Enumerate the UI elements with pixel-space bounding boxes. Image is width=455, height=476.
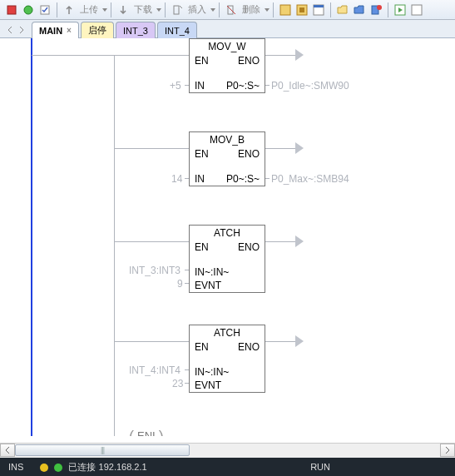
out-label: P0_Idle~:SMW90	[271, 80, 349, 92]
svg-rect-0	[7, 6, 16, 14]
delete-bookmark-button[interactable]	[368, 2, 383, 17]
dot-icon	[40, 464, 48, 472]
pin-eno: ENO	[238, 54, 260, 67]
go-button[interactable]	[393, 2, 408, 17]
wire	[185, 369, 189, 370]
wire	[114, 341, 189, 342]
block-atch-2[interactable]: ATCH ENENO IN~:IN~ EVNT	[189, 325, 265, 393]
wire	[265, 85, 270, 86]
folder-closed-button[interactable]	[352, 2, 367, 17]
arrow-icon	[295, 142, 304, 154]
check-button[interactable]	[37, 2, 52, 17]
dropdown-icon[interactable]	[102, 8, 107, 12]
tab-right-arrow[interactable]	[17, 22, 27, 37]
wire	[265, 241, 297, 242]
separator	[111, 2, 111, 17]
ladder-editor[interactable]: MOV_W ENENO INP0~:S~ +5 P0_Idle~:SMW90 M…	[0, 38, 455, 436]
toolbar: 上传 下载 插入 删除	[0, 0, 455, 20]
scroll-track[interactable]: |||	[15, 444, 440, 458]
block-atch-1[interactable]: ATCH ENENO IN~:IN~ EVNT	[189, 225, 265, 293]
toolbox-1-button[interactable]	[278, 2, 293, 17]
eni-coil[interactable]: ( ENI )	[129, 429, 164, 436]
tab-int3[interactable]: INT_3	[116, 22, 156, 38]
wire	[114, 241, 189, 242]
pin-in: IN~:IN~	[195, 265, 229, 279]
dropdown-icon[interactable]	[265, 8, 270, 12]
arrow-icon	[295, 236, 304, 247]
window-button[interactable]	[311, 2, 326, 17]
status-ins: INS	[0, 462, 32, 472]
dropdown-icon[interactable]	[156, 8, 161, 12]
branch-rail	[114, 55, 115, 436]
tab-label: MAIN	[39, 26, 62, 36]
eni-label: ENI	[137, 429, 156, 436]
status-conn: 已连接 192.168.2.1	[68, 462, 146, 472]
tab-startstop[interactable]: 启停	[81, 22, 114, 38]
tab-main[interactable]: MAIN×	[32, 22, 79, 38]
separator	[273, 2, 274, 17]
block-title: ATCH	[190, 325, 265, 340]
in-label: INT_4:INT4	[129, 364, 181, 376]
status-run: RUN	[302, 462, 339, 472]
block-mov-w[interactable]: MOV_W ENENO INP0~:S~	[189, 38, 265, 93]
svg-rect-7	[280, 5, 290, 15]
svg-rect-11	[314, 5, 324, 7]
toolbox-2-button[interactable]	[294, 2, 309, 17]
wire	[265, 55, 297, 56]
left-rail	[31, 38, 32, 436]
pin-eno: ENO	[238, 240, 260, 254]
close-icon[interactable]: ×	[67, 26, 72, 35]
evnt-value: 23	[172, 378, 183, 389]
separator	[219, 2, 220, 17]
entry-wire	[32, 55, 115, 56]
pin-in: IN	[195, 79, 205, 92]
tab-label: INT_4	[165, 26, 190, 36]
wire	[265, 341, 297, 342]
svg-point-13	[377, 5, 382, 10]
pin-eno: ENO	[238, 147, 260, 161]
pin-evnt: EVNT	[195, 279, 221, 292]
download-button[interactable]	[116, 2, 131, 17]
wire	[185, 178, 189, 179]
svg-rect-3	[174, 6, 179, 14]
tab-left-arrow[interactable]	[5, 22, 15, 37]
dot-icon	[54, 464, 62, 472]
wire	[185, 270, 189, 270]
in-label: INT_3:INT3	[129, 265, 181, 276]
wire	[185, 283, 189, 284]
arrow-icon	[295, 49, 304, 61]
pin-in: IN~:IN~	[195, 365, 229, 379]
pin-evnt: EVNT	[195, 379, 221, 392]
block-title: ATCH	[190, 226, 265, 240]
scroll-left-button[interactable]	[0, 444, 15, 457]
wire	[265, 178, 270, 179]
block-title: MOV_B	[190, 132, 265, 147]
out-label: P0_Max~:SMB94	[271, 173, 349, 185]
paren-left: (	[129, 430, 134, 437]
separator	[57, 2, 57, 17]
dropdown-icon[interactable]	[210, 8, 215, 12]
arrow-icon	[295, 335, 304, 347]
wire	[114, 148, 189, 149]
stop-button[interactable]	[4, 2, 19, 17]
upload-button[interactable]	[62, 2, 77, 17]
pin-out: P0~:S~	[226, 79, 260, 92]
pin-en: EN	[195, 240, 209, 254]
svg-rect-15	[412, 5, 422, 15]
delete-icon[interactable]	[224, 2, 239, 17]
pin-en: EN	[195, 340, 209, 354]
folder-open-button[interactable]	[335, 2, 350, 17]
scroll-thumb[interactable]: |||	[15, 444, 190, 456]
block-mov-b[interactable]: MOV_B ENENO INP0~:S~	[189, 131, 265, 186]
run-button[interactable]	[21, 2, 36, 17]
extra-button[interactable]	[409, 2, 424, 17]
scroll-right-button[interactable]	[440, 444, 455, 457]
tab-int4[interactable]: INT_4	[157, 22, 197, 38]
in-value: +5	[170, 80, 181, 92]
separator	[330, 2, 331, 17]
pin-eno: ENO	[238, 340, 260, 354]
insert-icon[interactable]	[170, 2, 185, 17]
horizontal-scrollbar[interactable]: |||	[0, 443, 455, 458]
tab-label: 启停	[88, 24, 106, 37]
wire	[265, 148, 297, 149]
